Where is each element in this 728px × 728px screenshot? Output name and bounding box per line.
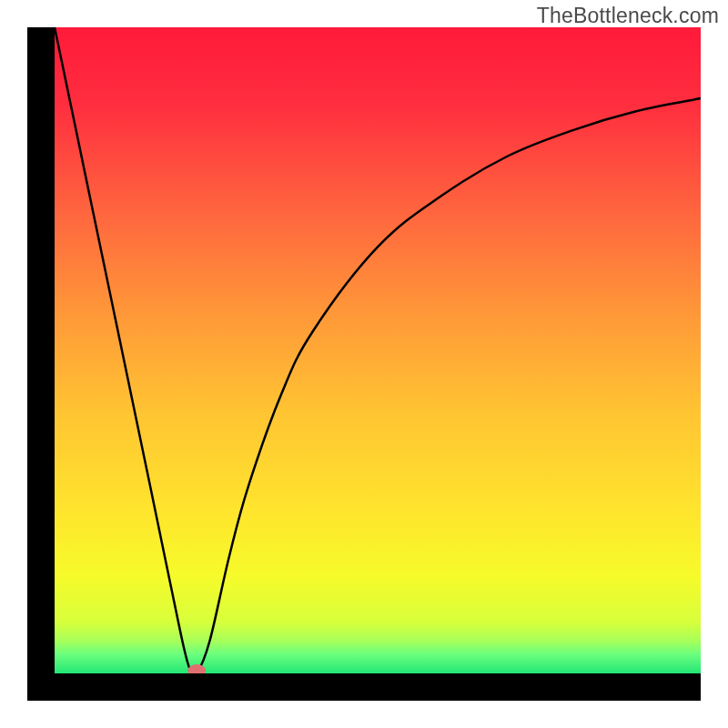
chart-container: TheBottleneck.com — [0, 0, 728, 728]
x-axis-border — [27, 673, 701, 701]
curve-layer — [55, 27, 701, 673]
y-axis-border — [27, 27, 55, 701]
watermark-text: TheBottleneck.com — [537, 4, 719, 28]
bottleneck-curve — [55, 27, 701, 676]
